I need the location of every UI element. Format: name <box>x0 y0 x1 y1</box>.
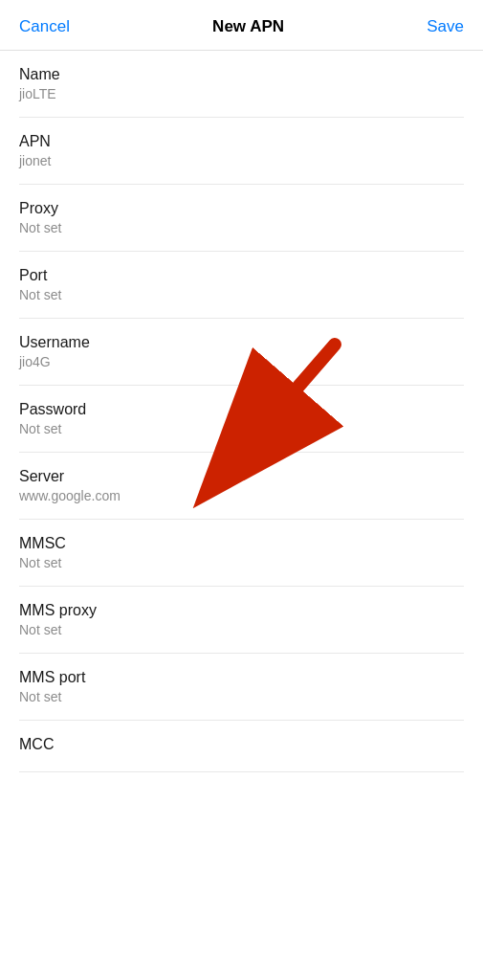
field-row-mmsc[interactable]: MMSCNot set <box>19 520 464 587</box>
field-row-proxy[interactable]: ProxyNot set <box>19 185 464 252</box>
field-value-mms-port: Not set <box>19 689 464 704</box>
field-row-username[interactable]: Usernamejio4G <box>19 319 464 386</box>
field-label-mmsc: MMSC <box>19 535 464 552</box>
app-header: Cancel New APN Save <box>0 0 483 51</box>
field-value-server: www.google.com <box>19 488 464 503</box>
field-label-proxy: Proxy <box>19 200 464 217</box>
fields-list: NamejioLTEAPNjionetProxyNot setPortNot s… <box>0 51 483 772</box>
page-title: New APN <box>212 17 284 36</box>
field-label-apn: APN <box>19 133 464 150</box>
field-value-mms-proxy: Not set <box>19 622 464 637</box>
field-label-mms-proxy: MMS proxy <box>19 602 464 619</box>
field-row-port[interactable]: PortNot set <box>19 252 464 319</box>
field-label-mcc: MCC <box>19 736 464 753</box>
field-label-mms-port: MMS port <box>19 669 464 686</box>
field-row-mms-proxy[interactable]: MMS proxyNot set <box>19 587 464 654</box>
field-row-server[interactable]: Serverwww.google.com <box>19 453 464 520</box>
field-label-port: Port <box>19 267 464 284</box>
save-button[interactable]: Save <box>427 17 464 36</box>
field-label-name: Name <box>19 66 464 83</box>
field-value-port: Not set <box>19 287 464 302</box>
field-value-apn: jionet <box>19 153 464 168</box>
field-value-mmsc: Not set <box>19 555 464 570</box>
field-row-name[interactable]: NamejioLTE <box>19 51 464 118</box>
field-label-password: Password <box>19 401 464 418</box>
cancel-button[interactable]: Cancel <box>19 17 70 36</box>
field-row-mcc[interactable]: MCC <box>19 721 464 772</box>
field-label-username: Username <box>19 334 464 351</box>
field-value-proxy: Not set <box>19 220 464 235</box>
field-value-name: jioLTE <box>19 86 464 101</box>
field-row-password[interactable]: PasswordNot set <box>19 386 464 453</box>
field-label-server: Server <box>19 468 464 485</box>
field-row-mms-port[interactable]: MMS portNot set <box>19 654 464 721</box>
field-value-password: Not set <box>19 421 464 436</box>
field-row-apn[interactable]: APNjionet <box>19 118 464 185</box>
field-value-username: jio4G <box>19 354 464 369</box>
